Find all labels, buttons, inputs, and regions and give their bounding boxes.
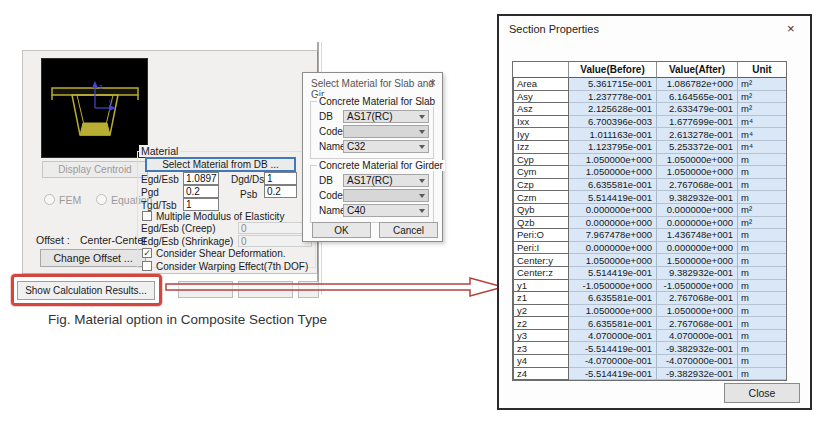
row-label-cell: Area (513, 78, 569, 91)
chevron-down-icon (419, 130, 425, 134)
girder-code-combo (343, 189, 429, 202)
close-button[interactable]: Close (724, 383, 800, 403)
value-after-cell: 0.000000e+000 (657, 242, 738, 255)
value-before-cell: 0.000000e+000 (569, 204, 657, 217)
section-properties-title: Section Properties (509, 23, 599, 35)
tgd-tsb-field[interactable]: 1 (183, 198, 219, 211)
value-before-cell: 2.125628e-001 (569, 103, 657, 116)
hidden-button-3[interactable] (298, 281, 319, 298)
tgd-tsb-label: Tgd/Tsb (141, 200, 177, 211)
girder-group-label: Concrete Material for Girder (317, 160, 445, 171)
row-label-cell: Ixx (513, 116, 569, 129)
value-before-cell: 5.361715e-001 (569, 78, 657, 91)
unit-cell: m⁴ (738, 141, 786, 154)
slab-code-label: Code (319, 126, 343, 137)
unit-cell: m⁴ (738, 116, 786, 129)
creep-field: 0 (238, 222, 312, 234)
header-unit: Unit (738, 62, 786, 78)
unit-cell: m² (738, 91, 786, 104)
change-offset-button[interactable]: Change Offset ... (40, 249, 146, 267)
pgd-field[interactable]: 0.2 (183, 185, 219, 198)
value-after-cell: 4.070000e-001 (657, 330, 738, 343)
value-before-cell: 4.070000e-001 (569, 330, 657, 343)
value-before-cell: 0.000000e+000 (569, 217, 657, 230)
value-before-cell: 1.011163e-001 (569, 128, 657, 141)
egd-esb-field[interactable]: 1.0897 (183, 172, 219, 185)
value-after-cell: 6.164565e-001 (657, 91, 738, 104)
offset-label: Offset : (36, 234, 70, 246)
value-after-cell: 2.767068e-001 (657, 179, 738, 192)
value-after-cell: 9.382932e-001 (657, 191, 738, 204)
girder-name-combo[interactable]: C40 (343, 204, 429, 217)
select-material-close-icon[interactable]: × (429, 77, 436, 89)
value-before-cell: 1.050000e+000 (569, 166, 657, 179)
row-label-cell: y1 (513, 280, 569, 293)
value-after-cell: 9.382932e-001 (657, 267, 738, 280)
select-material-from-db-button[interactable]: Select Material from DB ... (145, 157, 296, 172)
unit-cell: m² (738, 103, 786, 116)
material-group-label: Material (139, 145, 180, 157)
composite-section-drawing: z y (42, 59, 147, 157)
value-after-cell: -4.070000e-001 (657, 355, 738, 368)
shear-deformation-checkbox[interactable]: ✓ (142, 248, 152, 258)
value-after-cell: -1.050000e+000 (657, 280, 738, 293)
multiple-modulus-checkbox[interactable] (142, 211, 152, 221)
value-before-cell: -1.050000e+000 (569, 280, 657, 293)
axis-y-label: y (109, 98, 113, 106)
cancel-button[interactable]: Cancel (379, 222, 438, 238)
unit-cell: m (738, 292, 786, 305)
warping-effect-checkbox[interactable] (142, 261, 152, 271)
value-after-cell: 5.253372e-001 (657, 141, 738, 154)
chevron-down-icon (419, 209, 425, 213)
header-value-before: Value(Before) (569, 62, 657, 78)
value-after-cell: 1.086782e+000 (657, 78, 738, 91)
slab-group-label: Concrete Material for Slab (317, 96, 437, 107)
shrinkage-field: 0 (238, 235, 312, 247)
slab-material-group: Concrete Material for Slab DB AS17(RC) C… (310, 101, 434, 159)
header-value-after: Value(After) (657, 62, 738, 78)
chevron-down-icon (419, 115, 425, 119)
girder-name-label: Name (319, 205, 343, 216)
equation-radio (96, 194, 107, 205)
show-calculation-results-button[interactable]: Show Calculation Results... (17, 281, 155, 300)
value-before-cell: 6.635581e-001 (569, 292, 657, 305)
chevron-down-icon (419, 145, 425, 149)
row-label-cell: z4 (513, 368, 569, 381)
girder-name-value: C40 (347, 205, 365, 216)
value-before-cell: 0.000000e+000 (569, 242, 657, 255)
slab-db-combo[interactable]: AS17(RC) (343, 110, 429, 123)
unit-cell: m (738, 355, 786, 368)
unit-cell: m² (738, 78, 786, 91)
slab-code-combo (343, 125, 429, 138)
row-label-cell: Asy (513, 91, 569, 104)
girder-db-combo[interactable]: AS17(RC) (343, 174, 429, 187)
unit-cell: m (738, 317, 786, 330)
unit-cell: m (738, 368, 786, 381)
value-before-cell: -5.514419e-001 (569, 368, 657, 381)
value-after-cell: 0.000000e+000 (657, 204, 738, 217)
screenshot-canvas: z y Display Centroid FEM Equation Offset… (0, 0, 820, 423)
row-label-cell: y3 (513, 330, 569, 343)
dgd-dsb-field[interactable]: 1 (264, 172, 297, 185)
value-before-cell: 1.050000e+000 (569, 305, 657, 318)
hidden-button-2[interactable] (238, 281, 293, 298)
row-label-cell: Center:z (513, 267, 569, 280)
row-label-cell: Peri:I (513, 242, 569, 255)
hidden-button-1[interactable] (178, 281, 233, 298)
slab-name-label: Name (319, 141, 343, 152)
row-label-cell: Peri:O (513, 229, 569, 242)
unit-cell: m (738, 191, 786, 204)
value-after-cell: 0.000000e+000 (657, 217, 738, 230)
ok-button[interactable]: OK (312, 222, 371, 238)
section-properties-close-icon[interactable]: × (787, 21, 795, 36)
value-before-cell: 7.967478e+000 (569, 229, 657, 242)
row-label-cell: Qyb (513, 204, 569, 217)
value-before-cell: -4.070000e-001 (569, 355, 657, 368)
value-after-cell: -9.382932e-001 (657, 368, 738, 381)
section-preview: z y (41, 58, 148, 158)
value-after-cell: -9.382932e-001 (657, 342, 738, 355)
multiple-modulus-label: Multiple Modulus of Elasticity (156, 211, 284, 222)
slab-name-combo[interactable]: C32 (343, 140, 429, 153)
psb-field[interactable]: 0.2 (264, 185, 297, 198)
row-label-cell: y2 (513, 305, 569, 318)
